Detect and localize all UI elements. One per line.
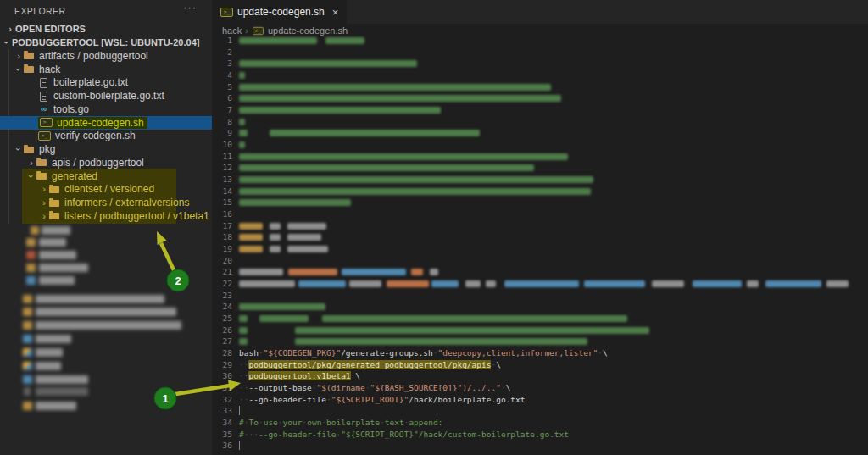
code-line-36[interactable]: 36 — [212, 440, 868, 452]
redacted-code — [239, 107, 441, 114]
tree-item-label: artifacts / podbuggertool — [39, 50, 148, 62]
tree-item-redacted[interactable] — [0, 308, 212, 317]
tree-item-redacted[interactable] — [0, 295, 212, 304]
code-text: ··--go-header-file·"${SCRIPT_ROOT}"/hack… — [239, 394, 526, 406]
chevron-right-icon: › — [39, 212, 49, 220]
code-line-27[interactable]: 27 — [212, 336, 868, 347]
redacted-code — [239, 119, 245, 125]
tree-item-label: custom-boilerplate.go.txt — [53, 90, 164, 102]
code-line-35[interactable]: 35#···--go-header-file·"${SCRIPT_ROOT}"/… — [212, 429, 868, 441]
tree-item-hack[interactable]: ›hack — [0, 63, 225, 76]
line-number: 30 — [212, 370, 232, 382]
chevron-right-icon: › — [26, 158, 36, 167]
code-line-29[interactable]: 29··podbuggertool/pkg/generated·podbugge… — [212, 359, 868, 371]
code-line-15[interactable]: 15 — [212, 197, 868, 208]
folder-icon — [49, 198, 60, 208]
code-line-3[interactable]: 3 — [212, 58, 868, 69]
code-line-32[interactable]: 32··--go-header-file·"${SCRIPT_ROOT}"/ha… — [212, 394, 868, 406]
code-line-11[interactable]: 11 — [212, 151, 868, 163]
tree-item-redacted[interactable] — [0, 321, 212, 330]
code-line-33[interactable]: 33 — [212, 405, 868, 417]
redacted-code — [239, 327, 649, 334]
code-line-30[interactable]: 30··podbuggertool:v1beta1·\ — [212, 370, 868, 382]
code-line-14[interactable]: 14 — [212, 186, 868, 197]
line-number: 5 — [212, 81, 232, 93]
redacted-code — [239, 269, 438, 275]
line-number: 32 — [212, 394, 232, 406]
code-line-21[interactable]: 21 — [212, 266, 868, 278]
tab-bar: >_ update-codegen.sh × — [212, 0, 868, 24]
code-line-20[interactable]: 20 — [212, 255, 868, 267]
code-area[interactable]: 1234567891011121314151617181920212223242… — [212, 37, 868, 455]
code-line-26[interactable]: 26 — [212, 325, 868, 336]
tree-item-redacted[interactable] — [0, 335, 212, 344]
line-number: 20 — [212, 255, 232, 267]
tree-item-redacted[interactable] — [0, 402, 212, 411]
redacted-code — [239, 130, 480, 136]
code-line-17[interactable]: 17 — [212, 220, 868, 232]
tree-item-redacted[interactable] — [0, 264, 212, 273]
redacted-code — [239, 164, 534, 171]
redacted-code — [239, 223, 326, 230]
line-number: 28 — [212, 347, 232, 359]
txt-icon — [38, 92, 49, 101]
chevron-down-icon: › — [14, 144, 23, 154]
tree-item-artifacts-podbuggertool[interactable]: ›artifacts / podbuggertool — [0, 49, 225, 63]
code-line-16[interactable]: 16 — [212, 208, 868, 220]
folder-icon — [49, 211, 60, 220]
tree-item-redacted[interactable] — [0, 251, 212, 260]
redacted-code — [239, 188, 591, 195]
line-number: 13 — [212, 174, 232, 186]
tree-item-label: listers / podbuggertool / v1beta1 — [64, 210, 209, 222]
code-line-5[interactable]: 5 — [212, 81, 868, 93]
code-line-24[interactable]: 24 — [212, 301, 868, 313]
line-number: 7 — [212, 104, 232, 116]
code-line-9[interactable]: 9 — [212, 127, 868, 139]
code-line-1[interactable]: 1 — [212, 35, 868, 47]
line-number: 8 — [212, 116, 232, 128]
code-line-7[interactable]: 7 — [212, 104, 868, 116]
code-line-10[interactable]: 10 — [212, 139, 868, 151]
tree-item-redacted[interactable] — [0, 348, 212, 358]
tree-item-redacted[interactable] — [0, 226, 212, 236]
tree-item-apis-podbuggertool[interactable]: ›apis / podbuggertool — [0, 156, 238, 169]
tree-item-redacted[interactable] — [0, 362, 212, 371]
tree-item-redacted[interactable] — [0, 276, 212, 286]
code-line-13[interactable]: 13 — [212, 174, 868, 186]
tree-item-redacted[interactable] — [0, 238, 212, 247]
line-number: 17 — [212, 220, 232, 232]
code-line-28[interactable]: 28bash·"${CODEGEN_PKG}"/generate-groups.… — [212, 347, 868, 359]
code-text: #·To·use·your·own·boilerplate·text·appen… — [239, 417, 442, 429]
folder-icon — [49, 185, 60, 194]
code-line-25[interactable]: 25 — [212, 313, 868, 325]
code-line-19[interactable]: 19 — [212, 243, 868, 255]
line-number: 19 — [212, 243, 232, 255]
code-line-34[interactable]: 34#·To·use·your·own·boilerplate·text·app… — [212, 417, 868, 429]
line-number: 31 — [212, 382, 232, 394]
tree-item-pkg[interactable]: ›pkg — [0, 142, 225, 156]
tree-item-generated[interactable]: ›generated — [0, 169, 238, 183]
code-line-31[interactable]: 31··--output-base·"$(dirname·"${BASH_SOU… — [212, 382, 868, 394]
code-line-12[interactable]: 12 — [212, 162, 868, 174]
code-line-18[interactable]: 18 — [212, 231, 868, 243]
code-line-4[interactable]: 4 — [212, 69, 868, 81]
tab-update-codegen[interactable]: >_ update-codegen.sh × — [212, 0, 347, 24]
line-number: 24 — [212, 301, 232, 313]
vscode-window: EXPLORER ··· › OPEN EDITORS › PODBUGGERT… — [0, 0, 868, 455]
redacted-code — [239, 315, 627, 322]
line-number: 3 — [212, 58, 232, 69]
code-line-22[interactable]: 22 — [212, 278, 868, 290]
line-number: 2 — [212, 47, 232, 58]
redacted-code — [239, 153, 568, 160]
chevron-right-icon: › — [39, 185, 49, 193]
tree-item-redacted[interactable] — [0, 375, 212, 385]
code-line-8[interactable]: 8 — [212, 116, 868, 128]
code-line-23[interactable]: 23 — [212, 290, 868, 302]
close-tab-icon[interactable]: × — [332, 6, 339, 19]
code-line-2[interactable]: 2 — [212, 47, 868, 58]
tree-item-redacted[interactable] — [0, 387, 212, 397]
line-number: 25 — [212, 313, 232, 325]
line-number: 1 — [212, 35, 232, 47]
code-line-6[interactable]: 6 — [212, 92, 868, 104]
folder-icon — [24, 64, 35, 74]
